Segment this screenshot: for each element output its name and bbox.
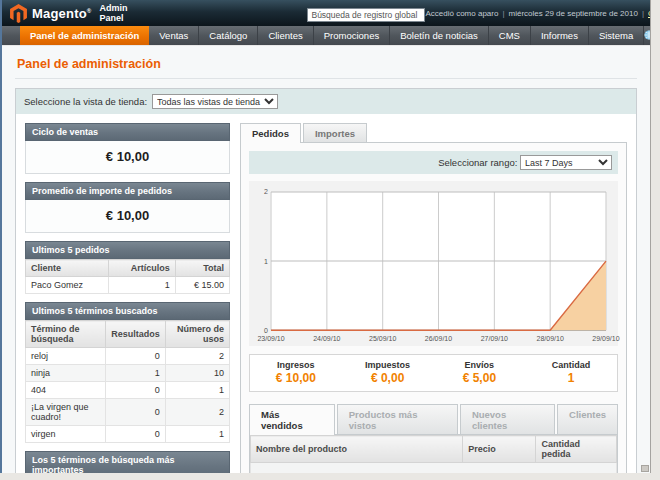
table-row[interactable]: 404 0 1	[26, 382, 230, 399]
nav-item[interactable]: Ventas	[149, 26, 199, 45]
logo-trademark: ®	[87, 7, 92, 13]
svg-text:23/09/10: 23/09/10	[257, 335, 284, 342]
dashboard-box: Seleccione la vista de tienda: Todas las…	[15, 88, 637, 473]
help-link[interactable]: Obtener ayuda para esta página	[644, 26, 651, 45]
widget-title: Ultimos 5 pedidos	[25, 241, 230, 259]
nav-item[interactable]: Boletín de noticias	[390, 26, 489, 45]
current-date: miércoles 29 de septiembre de 2010	[508, 9, 637, 18]
svg-text:28/09/10: 28/09/10	[537, 335, 564, 342]
range-label: Seleccionar rango:	[438, 157, 517, 168]
empty-message: No se encontraron registros.	[251, 463, 617, 474]
grid-tab[interactable]: Clientes	[557, 404, 618, 434]
page-title: Panel de administración	[15, 55, 637, 79]
total-stat: Ingresos € 10,00	[250, 360, 342, 385]
empty-message-row: No se encontraron registros.	[251, 463, 617, 474]
grid-tab[interactable]: Nuevos clientes	[460, 404, 555, 434]
magento-logo: Magento® Admin Panel	[10, 3, 127, 23]
nav-item[interactable]: Informes	[531, 26, 589, 45]
orders-area-chart: 01223/09/1024/09/1025/09/1026/09/1027/09…	[255, 187, 612, 345]
dashboard-right-column: Pedidos Importes Seleccionar rango: Last…	[240, 123, 627, 473]
average-orders-value: € 10,00	[25, 200, 230, 233]
range-bar: Seleccionar rango: Last 7 Days	[249, 151, 618, 174]
widget-title: Ciclo de ventas	[25, 123, 230, 141]
lifetime-sales-value: € 10,00	[25, 141, 230, 174]
diagram-tab[interactable]: Importes	[303, 123, 367, 142]
table-row[interactable]: Paco Gomez 1 € 15.00	[26, 277, 230, 294]
nav-items: Panel de administración Ventas Catálogo …	[20, 26, 644, 45]
diagram-tab[interactable]: Pedidos	[240, 123, 301, 143]
svg-text:1: 1	[264, 258, 268, 265]
nav-item[interactable]: Clientes	[258, 26, 313, 45]
nav-item[interactable]: CMS	[489, 26, 531, 45]
svg-text:26/09/10: 26/09/10	[425, 335, 452, 342]
widget-title: Ultimos 5 términos buscados	[25, 302, 230, 320]
range-select[interactable]: Last 7 Days	[520, 155, 612, 170]
dashboard-left-column: Ciclo de ventas € 10,00 Promedio de impo…	[25, 123, 230, 473]
global-search	[307, 4, 425, 22]
global-search-input[interactable]	[307, 8, 425, 22]
svg-text:24/09/10: 24/09/10	[313, 335, 340, 342]
logo-title: Magento®	[32, 6, 91, 21]
last-orders-table: Cliente Artículos Total Paco Gomez 1	[25, 259, 230, 294]
store-view-label: Seleccione la vista de tienda:	[24, 96, 147, 107]
last-orders-widget: Ultimos 5 pedidos Cliente Artículos Tota…	[25, 241, 230, 294]
magento-logo-icon	[10, 4, 27, 23]
svg-text:0: 0	[264, 327, 268, 334]
table-row[interactable]: ¡La virgen que cuadro! 0 2	[26, 399, 230, 426]
store-view-bar: Seleccione la vista de tienda: Todas las…	[16, 89, 636, 114]
table-row[interactable]: virgen 0 1	[26, 426, 230, 443]
logo-subtitle: Admin Panel	[99, 3, 127, 23]
diagram-tabs: Pedidos Importes	[240, 123, 627, 142]
orders-chart: 01223/09/1024/09/1025/09/1026/09/1027/09…	[249, 181, 618, 346]
orders-tab-panel: Seleccionar rango: Last 7 Days 01223/09/…	[240, 142, 627, 473]
grid-tab[interactable]: Productos más vistos	[337, 404, 458, 434]
nav-item[interactable]: Promociones	[314, 26, 390, 45]
grid-tab[interactable]: Más vendidos	[249, 404, 335, 435]
last-search-terms-table: Término de búsqueda Resultados Número de…	[25, 320, 230, 443]
bestsellers-table: Nombre del producto Precio Cantidad pedi…	[250, 435, 617, 473]
total-stat: Impuestos € 0,00	[342, 360, 434, 385]
widget-title: Promedio de importe de pedidos	[25, 182, 230, 200]
session-info: Accedió como aparo | miércoles 29 de sep…	[425, 9, 651, 18]
top-header-bar: Magento® Admin Panel Accedió como aparo …	[2, 0, 650, 26]
globe-icon	[644, 30, 651, 42]
svg-text:29/09/10: 29/09/10	[592, 335, 619, 342]
grids-tabs: Más vendidos Productos más vistos Nuevos…	[249, 404, 618, 434]
widget-title: Los 5 términos de búsqueda más important…	[25, 451, 230, 473]
total-stat: Cantidad 1	[525, 360, 617, 385]
table-row[interactable]: ninja 1 10	[26, 365, 230, 382]
total-stat: Envíos € 5,00	[434, 360, 526, 385]
top-search-terms-widget: Los 5 términos de búsqueda más important…	[25, 451, 230, 473]
resize-handle[interactable]	[641, 465, 649, 472]
nav-item[interactable]: Panel de administración	[20, 26, 149, 45]
nav-item[interactable]: Sistema	[589, 26, 644, 45]
table-row[interactable]: reloj 0 2	[26, 348, 230, 365]
store-view-select[interactable]: Todas las vistas de tienda	[152, 94, 278, 109]
last-search-terms-widget: Ultimos 5 términos buscados Término de b…	[25, 302, 230, 443]
totals-row: Ingresos € 10,00 Impuestos € 0,00	[249, 354, 618, 392]
browser-window: Magento® Admin Panel Accedió como aparo …	[0, 0, 651, 473]
lifetime-sales-widget: Ciclo de ventas € 10,00	[25, 123, 230, 174]
svg-text:27/09/10: 27/09/10	[481, 335, 508, 342]
page-content: Panel de administración Seleccione la vi…	[2, 46, 650, 473]
logged-in-as: Accedió como aparo	[425, 9, 498, 18]
main-navigation: Panel de administración Ventas Catálogo …	[2, 26, 650, 46]
svg-text:25/09/10: 25/09/10	[369, 335, 396, 342]
average-orders-widget: Promedio de importe de pedidos € 10,00	[25, 182, 230, 233]
bestsellers-panel: Nombre del producto Precio Cantidad pedi…	[249, 434, 618, 473]
svg-text:2: 2	[264, 188, 268, 195]
logout-link[interactable]: Cerrar Sesión	[648, 9, 651, 18]
nav-item[interactable]: Catálogo	[199, 26, 258, 45]
